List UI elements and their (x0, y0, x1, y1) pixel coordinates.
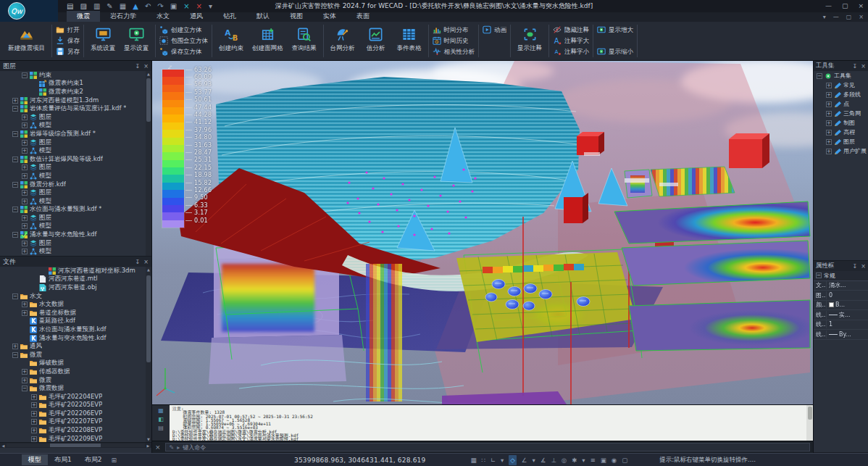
collapse-toggle-icon[interactable]: − (12, 106, 18, 112)
button-hide-annotation[interactable]: 隐藏注释 (553, 25, 589, 36)
layer-item[interactable]: +图层 (0, 138, 146, 147)
snap-mode-icon[interactable]: ∷ (481, 455, 485, 465)
expand-toggle-icon[interactable]: + (826, 139, 832, 145)
toolset-item[interactable]: +点 (814, 99, 868, 109)
collapse-toggle-icon[interactable]: − (22, 72, 28, 78)
collapse-toggle-icon[interactable]: − (12, 207, 18, 212)
layer-item[interactable]: 微震表约束1 (0, 80, 146, 88)
button-time-history[interactable]: 时间历史 (433, 36, 475, 46)
expand-toggle-icon[interactable]: + (31, 419, 37, 425)
pin-icon[interactable]: ↧ (853, 263, 858, 270)
property-row[interactable]: 颜...B... (814, 301, 868, 311)
mdi-minimize-icon[interactable]: — (833, 12, 839, 22)
close-icon[interactable]: × (143, 63, 149, 70)
layers-scrollbar[interactable]: ▲ (146, 71, 151, 256)
button-save-download[interactable]: 保存 (56, 36, 80, 46)
terrain-icon[interactable]: ◧ (158, 416, 164, 423)
property-row[interactable]: 图...0 (814, 291, 868, 301)
expand-toggle-icon[interactable]: + (22, 190, 28, 196)
pin-icon[interactable]: ↧ (135, 259, 141, 265)
tab-表面[interactable]: 表面 (346, 11, 380, 22)
button-display-enlarge[interactable]: 显示增大 (597, 25, 633, 36)
tab-钻孔[interactable]: 钻孔 (213, 11, 246, 22)
toolset-item[interactable]: +图层 (814, 137, 868, 146)
layer-item[interactable]: −涌水量与突水危险性.kdf (0, 230, 146, 239)
view-tab-布局1[interactable]: 布局1 (48, 454, 78, 465)
toolset-item[interactable]: +多段线 (814, 90, 868, 99)
file-item[interactable]: 爆破数据 (0, 359, 146, 368)
close-icon[interactable]: × (861, 63, 866, 70)
annotation-scale-icon[interactable]: ◎ (562, 455, 567, 465)
mdi-restore-icon[interactable]: ▢ (846, 12, 852, 22)
collapse-toggle-icon[interactable]: − (12, 294, 18, 299)
button-annotation-smaller[interactable]: A注释字小 (553, 46, 589, 57)
button-network-analysis[interactable]: 台网分析 (327, 24, 358, 58)
expand-toggle-icon[interactable]: + (31, 402, 37, 408)
expand-toggle-icon[interactable]: + (22, 199, 28, 204)
expand-toggle-icon[interactable]: + (826, 111, 832, 117)
expand-toggle-icon[interactable]: + (826, 130, 832, 136)
expand-toggle-icon[interactable]: + (826, 101, 832, 107)
expand-toggle-icon[interactable]: + (826, 120, 832, 126)
expand-toggle-icon[interactable]: + (31, 428, 37, 433)
file-item[interactable]: +毛坪矿202209EVP (0, 435, 146, 442)
files-hscrollbar[interactable]: ◀ ▶ (0, 443, 151, 448)
toolset-item[interactable]: −工具集 (814, 71, 868, 80)
tab-岩石力学[interactable]: 岩石力学 (100, 11, 146, 22)
scroll-right-icon[interactable]: ▶ (145, 444, 151, 448)
console-output[interactable]: 注意: 微震事件数量: 1328 时间范围: 2025-07-01 00:57:… (170, 405, 806, 441)
pin-icon[interactable]: ↧ (853, 63, 858, 70)
collapse-toggle-icon[interactable]: − (12, 232, 18, 238)
expand-toggle-icon[interactable]: + (22, 249, 28, 254)
scroll-up-icon[interactable]: ▲ (146, 267, 151, 272)
caret-icon[interactable]: ▾ (532, 455, 535, 465)
restore-icon[interactable]: ▢ (842, 0, 848, 12)
file-item[interactable]: +传感器数据 (0, 367, 146, 376)
polar-tracking-icon[interactable]: ∠ (522, 455, 527, 465)
button-save-as[interactable]: 另存 (56, 46, 80, 57)
button-event-table[interactable]: 事件表格 (394, 24, 425, 58)
toolset-item[interactable]: +高程 (814, 128, 868, 137)
tab-视图[interactable]: 视图 (280, 11, 313, 22)
tab-实体[interactable]: 实体 (313, 11, 346, 22)
expand-toggle-icon[interactable]: + (22, 378, 28, 383)
toolset-item[interactable]: +常见 (814, 80, 868, 90)
file-item[interactable]: −微震数据 (0, 384, 146, 393)
button-save-cube[interactable]: 保存立方体 (159, 46, 208, 57)
caret-icon[interactable]: ▾ (582, 455, 585, 465)
collapse-toggle-icon[interactable]: − (816, 272, 822, 278)
file-item[interactable]: 河西河东巷道.obj (0, 283, 146, 292)
property-row[interactable]: 线...By... (814, 330, 868, 340)
layer-item[interactable]: −水位面与涌水量预测.kdf * (0, 206, 146, 215)
mdi-close-icon[interactable]: × (859, 12, 864, 22)
viewport-grid-icon[interactable]: ▦ (470, 455, 476, 465)
close-icon[interactable]: × (155, 444, 161, 451)
expand-toggle-icon[interactable]: + (22, 122, 28, 128)
button-create-mesh[interactable]: 创建面网格 (249, 24, 286, 58)
file-item[interactable]: K水位面与涌水量预测.kdf (0, 325, 146, 334)
button-correlation[interactable]: 相关性分析 (433, 46, 475, 57)
mdi-menu-icon[interactable]: ▾ (823, 12, 826, 22)
layer-item[interactable]: −约束 (0, 71, 146, 80)
file-item[interactable]: 河西河东巷道.mtl (0, 275, 146, 284)
expand-toggle-icon[interactable]: + (22, 241, 28, 246)
object-snap-icon[interactable]: ◇ (509, 455, 517, 465)
expand-toggle-icon[interactable]: + (22, 301, 28, 307)
button-annotation-larger[interactable]: A注释字大 (553, 36, 589, 46)
collapse-toggle-icon[interactable]: − (22, 386, 28, 391)
button-show-annotation[interactable]: 显示注释 (514, 24, 545, 58)
collapse-toggle-icon[interactable]: − (12, 131, 18, 137)
expand-toggle-icon[interactable]: + (22, 310, 28, 316)
collapse-toggle-icon[interactable]: − (12, 182, 18, 188)
expand-toggle-icon[interactable]: + (22, 223, 28, 229)
pin-icon[interactable]: ↧ (135, 63, 141, 70)
expand-toggle-icon[interactable]: + (31, 394, 37, 400)
view-tab-模型[interactable]: 模型 (22, 454, 48, 465)
layer-item[interactable]: +模型 (0, 197, 146, 206)
button-animation[interactable]: 动画 (483, 25, 506, 36)
toolset-item[interactable]: +制图 (814, 118, 868, 128)
caret-icon[interactable]: ▾ (501, 455, 504, 465)
property-row[interactable]: 线...实... (814, 310, 868, 320)
3d-viewport[interactable]: z 63.2660.0956.9353.7750.6147.4444.2841.… (152, 61, 813, 404)
tab-微震[interactable]: 微震 (67, 11, 100, 22)
